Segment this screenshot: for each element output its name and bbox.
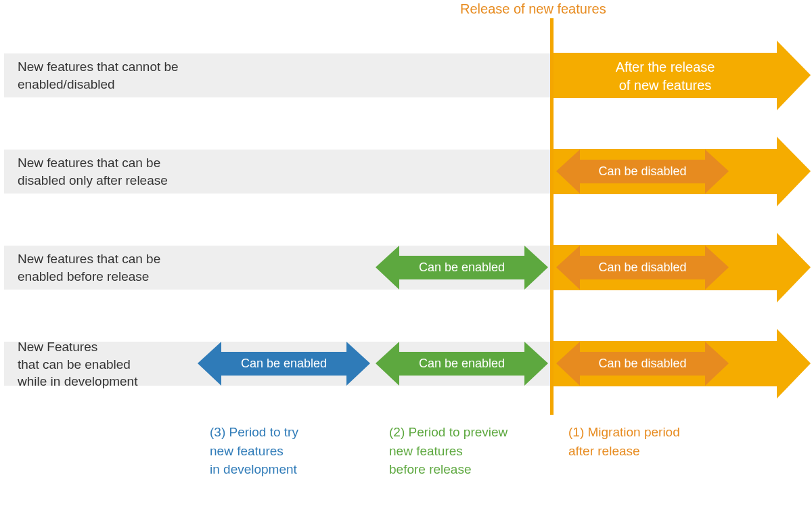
orange-arrow-1-text: Can be disabled [556, 164, 729, 179]
green-arrow-2-text: Can be enabled [376, 357, 548, 371]
footer-blue: (3) Period to trynew featuresin developm… [210, 423, 298, 479]
row-label-4: New Featuresthat can be enabledwhile in … [18, 338, 137, 390]
release-header: Release of new features [460, 1, 606, 17]
release-divider [550, 18, 554, 415]
row-label-1: New features that cannot beenabled/disab… [18, 58, 179, 93]
orange-arrow-3-text: Can be disabled [556, 357, 729, 371]
footer-green: (2) Period to previewnew featuresbefore … [389, 423, 508, 479]
footer-orange: (1) Migration periodafter release [568, 423, 680, 460]
orange-arrow-2-text: Can be disabled [556, 260, 729, 275]
row-label-2: New features that can bedisabled only af… [18, 154, 168, 189]
row-label-3: New features that can beenabled before r… [18, 250, 160, 285]
yellow-arrow-text: After the releaseof new features [554, 58, 777, 95]
green-arrow-1-text: Can be enabled [376, 260, 548, 275]
blue-arrow-1-text: Can be enabled [198, 357, 370, 371]
